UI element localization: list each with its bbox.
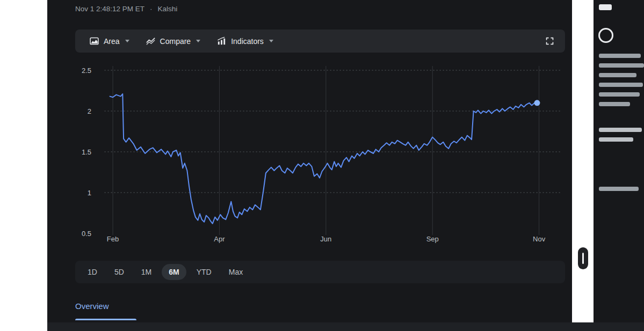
panel-gutter bbox=[572, 0, 594, 322]
timestamp-label: Nov 1 2:48:12 PM ET bbox=[75, 5, 144, 13]
truncated-text-line bbox=[599, 128, 642, 132]
svg-text:Jun: Jun bbox=[320, 235, 331, 243]
svg-text:Feb: Feb bbox=[107, 235, 119, 243]
fullscreen-button[interactable] bbox=[542, 33, 558, 49]
range-button-6m[interactable]: 6M bbox=[162, 264, 186, 280]
truncated-logo-circle bbox=[598, 28, 613, 43]
range-button-max[interactable]: Max bbox=[222, 264, 250, 280]
quote-meta-row: Nov 1 2:48:12 PM ET · Kalshi bbox=[75, 5, 177, 13]
meta-separator: · bbox=[150, 5, 153, 13]
range-button-1d[interactable]: 1D bbox=[81, 264, 104, 280]
svg-text:Sep: Sep bbox=[426, 235, 439, 243]
svg-text:1.5: 1.5 bbox=[82, 148, 91, 156]
svg-text:1: 1 bbox=[88, 189, 91, 197]
truncated-text-line bbox=[599, 4, 612, 10]
truncated-text-line bbox=[599, 83, 643, 87]
time-range-bar: 1D 5D 1M 6M YTD Max bbox=[75, 261, 565, 283]
bottom-bar bbox=[47, 322, 644, 331]
panel-resize-handle[interactable] bbox=[578, 247, 588, 269]
grip-line-icon bbox=[582, 253, 584, 264]
fullscreen-icon bbox=[545, 36, 554, 46]
truncated-text-line bbox=[599, 54, 641, 58]
chevron-down-icon bbox=[196, 40, 200, 42]
range-button-1m[interactable]: 1M bbox=[134, 264, 158, 280]
area-button-label: Area bbox=[104, 37, 120, 46]
indicators-button[interactable]: Indicators bbox=[210, 33, 280, 49]
chevron-down-icon bbox=[125, 40, 129, 42]
truncated-text-line bbox=[599, 92, 640, 97]
truncated-text-line bbox=[599, 63, 644, 68]
compare-icon bbox=[146, 36, 156, 46]
truncated-text-line bbox=[599, 102, 630, 106]
svg-text:0.5: 0.5 bbox=[82, 230, 91, 238]
indicators-button-label: Indicators bbox=[231, 37, 264, 46]
svg-text:2: 2 bbox=[88, 107, 91, 115]
indicators-icon bbox=[216, 36, 227, 46]
chevron-down-icon bbox=[269, 40, 273, 42]
chart-toolbar: Area Compare Indicators bbox=[75, 30, 565, 53]
tab-overview[interactable]: Overview bbox=[75, 301, 109, 311]
compare-button[interactable]: Compare bbox=[139, 33, 207, 49]
range-button-5d[interactable]: 5D bbox=[107, 264, 131, 280]
svg-text:Nov: Nov bbox=[533, 235, 546, 243]
svg-text:2.5: 2.5 bbox=[82, 67, 91, 75]
range-button-ytd[interactable]: YTD bbox=[190, 264, 219, 280]
tab-active-underline bbox=[75, 319, 136, 320]
truncated-text-line bbox=[599, 187, 639, 191]
chart-card: Nov 1 2:48:12 PM ET · Kalshi Area Compar… bbox=[47, 0, 572, 322]
truncated-text-line bbox=[599, 73, 636, 77]
truncated-text-line bbox=[599, 137, 633, 142]
area-chart-icon bbox=[89, 36, 99, 46]
svg-text:Apr: Apr bbox=[214, 235, 225, 243]
data-source-label: Kalshi bbox=[158, 5, 178, 13]
price-chart[interactable]: FebAprJunSepNov0.511.522.5 bbox=[75, 62, 565, 247]
chart-type-area-button[interactable]: Area bbox=[83, 33, 136, 49]
compare-button-label: Compare bbox=[160, 37, 191, 46]
truncated-right-panel bbox=[594, 0, 644, 322]
